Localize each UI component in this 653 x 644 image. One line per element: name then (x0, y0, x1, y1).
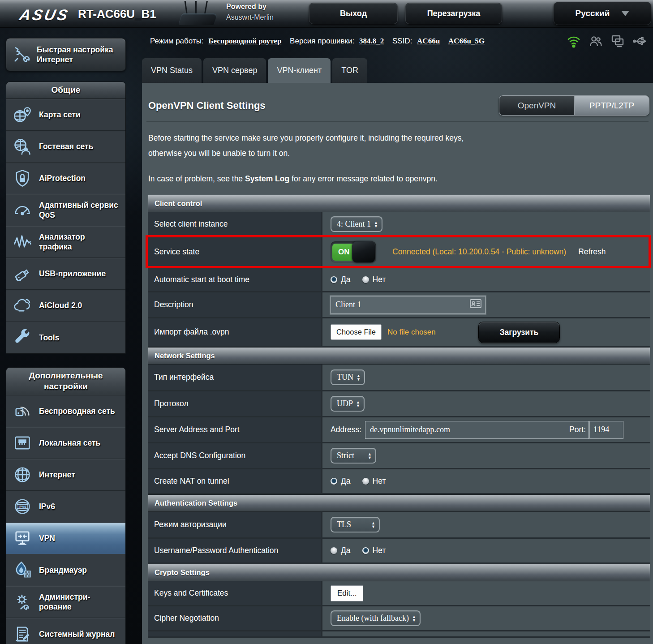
server-address-label: Server Address and Port (154, 425, 240, 434)
cipher-negotiation-label: Cipher Negotiation (154, 614, 219, 623)
pptp-l2tp-segment[interactable]: PPTP/L2TP (575, 96, 649, 115)
sidebar-item-wireless[interactable]: Беспроводная сеть (6, 395, 125, 427)
row-keys-certificates: Keys and Certificates Edit... (148, 581, 650, 606)
row-create-nat: Create NAT on tunnel Да Нет (148, 469, 650, 494)
sidebar-item-label: Системный журнал (39, 629, 120, 639)
row-service-state: Service state ON Connected (Local: 10.20… (148, 237, 650, 268)
row-import-ovpn: Импорт файла .ovpn Choose File No file c… (148, 318, 650, 347)
edit-keys-button[interactable]: Edit... (331, 585, 363, 601)
devices-icon[interactable] (610, 34, 625, 48)
auth-mode-select[interactable]: TLS ▲▼ (331, 517, 380, 532)
cipher-negotiation-select[interactable]: Enable (with fallback) ▲▼ (331, 610, 421, 626)
sidebar-item-syslog[interactable]: Системный журнал (6, 618, 125, 644)
usb-status-icon[interactable] (632, 34, 647, 48)
powered-by-line2: Asuswrt-Merlin (226, 13, 274, 21)
row-protocol: Протокол UDP ▲▼ (148, 391, 650, 417)
sidebar-item-qos[interactable]: Адаптивный сервис QoS (6, 194, 125, 226)
row-dns-config: Accept DNS Configuration Strict ▲▼ (148, 443, 650, 469)
nat-yes-radio[interactable] (331, 478, 337, 485)
aiprotection-icon (13, 168, 32, 188)
sidebar-item-traffic-analyzer[interactable]: Анализатор трафика (6, 226, 125, 258)
vpn-type-switch: OpenVPN PPTP/L2TP (499, 95, 649, 116)
sidebar-item-tools[interactable]: Tools (6, 322, 125, 353)
firmware-link[interactable]: 384.8_2 (359, 37, 384, 45)
sidebar-item-administration[interactable]: Администри-рование (6, 586, 125, 618)
vpn-icon (13, 528, 32, 548)
nat-no-radio[interactable] (362, 478, 369, 485)
chevron-down-icon (621, 11, 629, 16)
no-file-chosen-text: No file chosen (387, 328, 436, 337)
section-network-settings: Network Settings (148, 347, 650, 365)
router-model: RT-AC66U_B1 (78, 7, 156, 21)
nat-yes-label: Да (341, 477, 351, 486)
row-interface-type: Тип интерфейса TUN ▲▼ (148, 365, 650, 391)
upload-button[interactable]: Загрузить (478, 322, 560, 343)
sidebar-item-ipv6[interactable]: IPV6 IPv6 (6, 491, 125, 523)
reboot-button[interactable]: Перезагрузка (405, 3, 502, 24)
description-label: Description (154, 300, 193, 309)
page-title: OpenVPN Client Settings (148, 100, 266, 112)
clients-icon[interactable] (589, 34, 603, 48)
sidebar-item-label: VPN (39, 533, 120, 543)
openvpn-segment[interactable]: OpenVPN (499, 96, 575, 115)
sidebar-item-label: Адаптивный сервис QoS (39, 200, 120, 220)
address-input[interactable] (365, 421, 589, 439)
general-menu: Общие Карта сети (6, 82, 126, 354)
sidebar-item-guest-network[interactable]: Гостевая сеть (6, 131, 125, 163)
language-value: Русский (576, 9, 610, 18)
logout-button[interactable]: Выход (309, 3, 398, 24)
select-arrows-icon: ▲▼ (368, 452, 372, 459)
mode-label: Режим работы: (150, 37, 204, 45)
interface-type-select[interactable]: TUN ▲▼ (331, 369, 365, 385)
sidebar-item-label: Беспроводная сеть (39, 406, 120, 416)
import-label: Импорт файла .ovpn (154, 327, 229, 337)
quick-setup-button[interactable]: Быстрая настройка Интернет (6, 38, 126, 71)
protocol-select[interactable]: UDP ▲▼ (331, 396, 365, 412)
service-state-label: Service state (154, 247, 199, 257)
wireless-icon (13, 401, 32, 421)
status-infobar: Режим работы: Беспроводной роутер Версия… (150, 37, 491, 46)
service-state-toggle[interactable]: ON (331, 241, 376, 263)
userpass-no-radio[interactable] (362, 547, 369, 554)
sidebar-item-aiprotection[interactable]: AiProtection (6, 163, 125, 194)
description-input[interactable]: Client 1 (331, 296, 485, 314)
quick-setup-line1: Быстрая настройка (37, 45, 113, 55)
system-log-link[interactable]: System Log (245, 174, 289, 183)
ssid-main-link[interactable]: AC66u (417, 37, 440, 45)
sidebar-item-internet[interactable]: Интернет (6, 459, 125, 491)
sidebar-item-lan[interactable]: Локальная сеть (6, 427, 125, 459)
sidebar-item-vpn[interactable]: VPN (6, 523, 125, 554)
powered-by: Powered by Asuswrt-Merlin (226, 3, 274, 21)
dns-config-select[interactable]: Strict ▲▼ (331, 448, 376, 464)
port-input[interactable] (589, 421, 623, 439)
userpass-yes-radio[interactable] (331, 547, 337, 554)
row-description: Description Client 1 (148, 292, 650, 318)
powered-by-line1: Powered by (226, 3, 274, 11)
section-client-control: Client control (148, 195, 650, 212)
sidebar-item-network-map[interactable]: Карта сети (6, 99, 125, 131)
ssid-5g-link[interactable]: AC66u_5G (448, 37, 485, 45)
asus-logo: ASUS (18, 6, 71, 24)
router-admin-page: ASUS RT-AC66U_B1 Powered by Asuswrt-Merl… (0, 0, 653, 644)
sidebar-item-firewall[interactable]: Брандмауэр (6, 554, 125, 586)
advanced-menu: Дополнительные настройки Беспроводная се… (6, 367, 126, 644)
language-select[interactable]: Русский (554, 2, 651, 25)
protocol-label: Протокол (154, 399, 189, 408)
sidebar-item-usb-app[interactable]: USB-приложение (6, 258, 125, 290)
refresh-link[interactable]: Refresh (578, 247, 606, 257)
sidebar-item-aicloud[interactable]: AiCloud 2.0 (6, 290, 125, 322)
client-instance-select[interactable]: 4: Client 1 ▲▼ (331, 216, 382, 232)
autostart-no-radio[interactable] (362, 276, 369, 283)
contact-card-icon[interactable] (470, 299, 481, 310)
wifi-status-icon[interactable] (567, 34, 581, 48)
row-partial (148, 631, 650, 638)
choose-file-button[interactable]: Choose File (331, 324, 382, 340)
tab-vpn-server[interactable]: VPN сервер (203, 58, 266, 83)
tab-vpn-status[interactable]: VPN Status (142, 58, 202, 83)
usb-app-icon (13, 264, 32, 283)
mode-link[interactable]: Беспроводной роутер (208, 37, 281, 45)
tab-vpn-client[interactable]: VPN-клиент (268, 58, 331, 83)
tab-tor[interactable]: TOR (332, 58, 367, 83)
autostart-yes-radio[interactable] (331, 276, 337, 283)
guest-network-icon (13, 137, 32, 156)
